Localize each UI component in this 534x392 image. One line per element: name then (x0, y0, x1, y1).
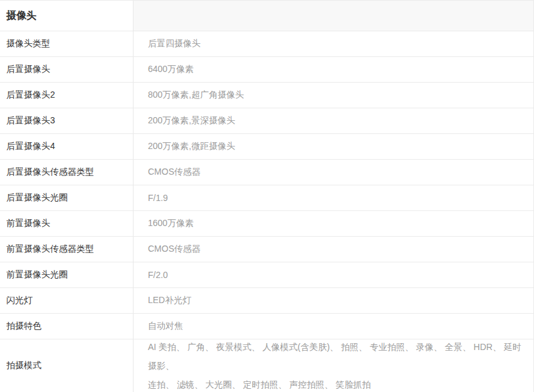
spec-row-rear-camera-3: 后置摄像头3 200万像素,景深摄像头 (0, 108, 533, 134)
section-header-row: 摄像头 (0, 1, 533, 31)
spec-value: AI 美拍、 广角、 夜景模式、 人像模式(含美肤)、 拍照、 专业拍照、 录像… (133, 339, 533, 392)
spec-row-rear-camera-4: 后置摄像头4 200万像素,微距摄像头 (0, 134, 533, 160)
spec-value-line: AI 美拍、 广角、 夜景模式、 人像模式(含美肤)、 拍照、 专业拍照、 录像… (148, 338, 527, 375)
spec-value: F/2.0 (133, 262, 533, 288)
spec-value: 200万像素,景深摄像头 (133, 108, 533, 134)
spec-row-rear-aperture: 后置摄像头光圈 F/1.9 (0, 185, 533, 211)
spec-row-shooting-modes: 拍摄模式 AI 美拍、 广角、 夜景模式、 人像模式(含美肤)、 拍照、 专业拍… (0, 339, 533, 392)
spec-row-front-camera: 前置摄像头 1600万像素 (0, 211, 533, 237)
spec-label: 后置摄像头4 (0, 134, 133, 160)
spec-value: 自动对焦 (133, 314, 533, 339)
spec-value: 1600万像素 (133, 211, 533, 237)
spec-label: 闪光灯 (0, 288, 133, 314)
spec-value: 800万像素,超广角摄像头 (133, 83, 533, 108)
spec-row-flash: 闪光灯 LED补光灯 (0, 288, 533, 314)
spec-value: 后置四摄像头 (133, 31, 533, 57)
spec-row-front-sensor-type: 前置摄像头传感器类型 CMOS传感器 (0, 237, 533, 262)
spec-label: 前置摄像头 (0, 211, 133, 237)
spec-label: 后置摄像头3 (0, 108, 133, 134)
spec-row-rear-camera-2: 后置摄像头2 800万像素,超广角摄像头 (0, 83, 533, 108)
section-header-cell: 摄像头 (0, 1, 133, 31)
spec-label: 摄像头类型 (0, 31, 133, 57)
spec-label: 后置摄像头传感器类型 (0, 160, 133, 185)
spec-label: 前置摄像头传感器类型 (0, 237, 133, 262)
camera-spec-table: 摄像头 摄像头类型 后置四摄像头 后置摄像头 6400万像素 后置摄像头2 80… (0, 0, 534, 392)
spec-value: F/1.9 (133, 185, 533, 211)
spec-label: 后置摄像头光圈 (0, 185, 133, 211)
spec-value-line: 连拍、 滤镜、 大光圈、 定时拍照、 声控拍照、 笑脸抓拍 (148, 375, 370, 392)
spec-value: 200万像素,微距摄像头 (133, 134, 533, 160)
spec-row-rear-sensor-type: 后置摄像头传感器类型 CMOS传感器 (0, 160, 533, 185)
section-title: 摄像头 (6, 9, 36, 23)
spec-row-front-aperture: 前置摄像头光圈 F/2.0 (0, 262, 533, 288)
section-header-spacer (133, 1, 533, 31)
spec-label: 后置摄像头2 (0, 83, 133, 108)
spec-row-rear-camera: 后置摄像头 6400万像素 (0, 57, 533, 83)
spec-label: 后置摄像头 (0, 57, 133, 83)
spec-label: 前置摄像头光圈 (0, 262, 133, 288)
spec-value: CMOS传感器 (133, 237, 533, 262)
spec-value: CMOS传感器 (133, 160, 533, 185)
spec-row-shooting-feature: 拍摄特色 自动对焦 (0, 314, 533, 339)
spec-value: LED补光灯 (133, 288, 533, 314)
spec-label: 拍摄特色 (0, 314, 133, 339)
spec-row-camera-type: 摄像头类型 后置四摄像头 (0, 31, 533, 57)
spec-value: 6400万像素 (133, 57, 533, 83)
spec-label: 拍摄模式 (0, 339, 133, 392)
